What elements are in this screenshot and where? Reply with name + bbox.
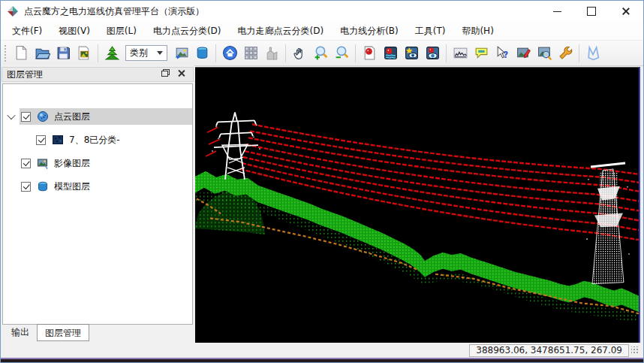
coordinate-readout: 388963.06, 3478651.75, 267.09 bbox=[469, 344, 629, 357]
add-image-icon[interactable] bbox=[170, 43, 191, 64]
image-search-icon[interactable] bbox=[534, 43, 555, 64]
menu-power-pointcloud-classify[interactable]: 电力点云分类(D) bbox=[145, 22, 230, 40]
star-view-icon[interactable] bbox=[401, 43, 422, 64]
app-logo-icon bbox=[7, 5, 19, 17]
pointcloud-layer-label: 点云图层 bbox=[54, 110, 90, 123]
add-model-icon[interactable] bbox=[191, 43, 212, 64]
panel-close-button[interactable] bbox=[177, 69, 188, 80]
menu-powerline-analysis[interactable]: 电力线分析(B) bbox=[332, 22, 407, 40]
tree-row-pointcloud-layer[interactable]: 点云图层 bbox=[3, 108, 192, 125]
query-cursor-icon[interactable]: ? bbox=[492, 43, 513, 64]
tab-output[interactable]: 输出 bbox=[4, 325, 37, 340]
image-layer-checkbox[interactable] bbox=[21, 159, 31, 168]
window-controls bbox=[540, 1, 643, 22]
new-document-icon[interactable] bbox=[11, 43, 32, 64]
menu-bar: 文件(F) 视图(V) 图层(L) 电力点云分类(D) 电力走廊点云分类(D) … bbox=[1, 22, 643, 41]
menu-help[interactable]: 帮助(H) bbox=[453, 22, 501, 40]
zoom-out-icon[interactable] bbox=[331, 43, 352, 64]
chevron-down-icon bbox=[157, 51, 163, 55]
toolbar-separator bbox=[446, 44, 447, 62]
edit-image-icon[interactable] bbox=[513, 43, 534, 64]
image-layer-label: 影像图层 bbox=[54, 157, 90, 170]
export-image-icon[interactable] bbox=[74, 43, 95, 64]
desktop-edge bbox=[1, 358, 643, 362]
close-button[interactable] bbox=[609, 1, 643, 22]
category-dropdown[interactable]: 类别 bbox=[125, 45, 167, 61]
minimize-button[interactable] bbox=[540, 1, 574, 22]
classified-dataset-label: 7、8已分类- bbox=[69, 134, 120, 147]
grid-view-icon[interactable] bbox=[240, 43, 261, 64]
menu-tools[interactable]: 工具(T) bbox=[407, 22, 454, 40]
dock-tab-bar: 输出 图层管理 bbox=[1, 323, 89, 343]
pointcloud-scene bbox=[195, 68, 639, 343]
clip-region-icon[interactable] bbox=[582, 43, 603, 64]
pointcloud-view-icon[interactable] bbox=[422, 43, 443, 64]
svg-text:?: ? bbox=[503, 50, 508, 60]
image-layer-icon bbox=[37, 157, 49, 169]
toolbar-separator bbox=[98, 44, 98, 62]
classified-dataset-icon bbox=[52, 134, 64, 146]
toolbar-separator bbox=[215, 44, 216, 62]
pan-hand-icon[interactable] bbox=[289, 43, 310, 64]
pointcloud-page-icon[interactable] bbox=[359, 43, 380, 64]
pointcloud-layer-checkbox[interactable] bbox=[21, 112, 31, 122]
annotation-bubble-icon[interactable] bbox=[471, 43, 492, 64]
app-window: 点云魔方之电力巡线仿真管理平台（演示版） 文件(F) 视图(V) 图层(L) 电… bbox=[0, 0, 644, 363]
tab-layer-manager[interactable]: 图层管理 bbox=[37, 324, 89, 341]
menu-file[interactable]: 文件(F) bbox=[4, 22, 50, 40]
layer-panel-header: 图层管理 bbox=[2, 67, 194, 82]
model-view-icon[interactable] bbox=[261, 43, 282, 64]
layer-manager-panel: 图层管理 点云图层 bbox=[1, 65, 194, 343]
zoom-in-icon[interactable] bbox=[310, 43, 331, 64]
expand-chevron-icon[interactable] bbox=[3, 113, 20, 119]
layer-panel-title: 图层管理 bbox=[7, 68, 157, 81]
toolbar: 类别 bbox=[1, 41, 643, 66]
settings-wrench-icon[interactable] bbox=[555, 43, 576, 64]
toolbar-grip[interactable] bbox=[4, 44, 8, 62]
panel-float-button[interactable] bbox=[161, 69, 173, 80]
menu-corridor-pointcloud-classify[interactable]: 电力走廊点云分类(D) bbox=[230, 22, 333, 40]
las-pyramid-icon[interactable] bbox=[101, 43, 122, 64]
status-bar: 388963.06, 3478651.75, 267.09 bbox=[1, 343, 643, 358]
layer-tree: 点云图层 7、8已分类- bbox=[2, 83, 193, 325]
title-bar: 点云魔方之电力巡线仿真管理平台（演示版） bbox=[1, 1, 643, 22]
main-area: 图层管理 点云图层 bbox=[1, 65, 643, 343]
window-title: 点云魔方之电力巡线仿真管理平台（演示版） bbox=[24, 5, 204, 18]
pointcloud-layer-icon bbox=[37, 110, 49, 123]
profile-chart-icon[interactable] bbox=[450, 43, 471, 64]
model-layer-checkbox[interactable] bbox=[21, 182, 31, 192]
tree-row-classified-dataset[interactable]: 7、8已分类- bbox=[3, 132, 192, 148]
toolbar-separator bbox=[285, 44, 286, 62]
model-layer-label: 模型图层 bbox=[54, 180, 90, 193]
menu-layer[interactable]: 图层(L) bbox=[98, 22, 145, 40]
tree-row-model-layer[interactable]: 模型图层 bbox=[3, 178, 192, 195]
model-layer-icon bbox=[37, 180, 49, 192]
classified-dataset-checkbox[interactable] bbox=[36, 135, 46, 145]
toolbar-separator bbox=[355, 44, 356, 62]
toolbar-separator bbox=[579, 44, 579, 62]
left-tower bbox=[214, 113, 258, 180]
menu-view[interactable]: 视图(V) bbox=[50, 22, 98, 40]
open-folder-icon[interactable] bbox=[32, 43, 53, 64]
tree-row-image-layer[interactable]: 影像图层 bbox=[3, 155, 192, 171]
maximize-button[interactable] bbox=[574, 1, 609, 22]
pointcloud-ground-icon[interactable] bbox=[380, 43, 401, 64]
category-dropdown-value: 类别 bbox=[130, 47, 157, 59]
home-view-icon[interactable] bbox=[219, 43, 240, 64]
save-icon[interactable] bbox=[53, 43, 74, 64]
resize-grip[interactable] bbox=[631, 346, 639, 354]
viewport-3d[interactable] bbox=[195, 67, 640, 343]
